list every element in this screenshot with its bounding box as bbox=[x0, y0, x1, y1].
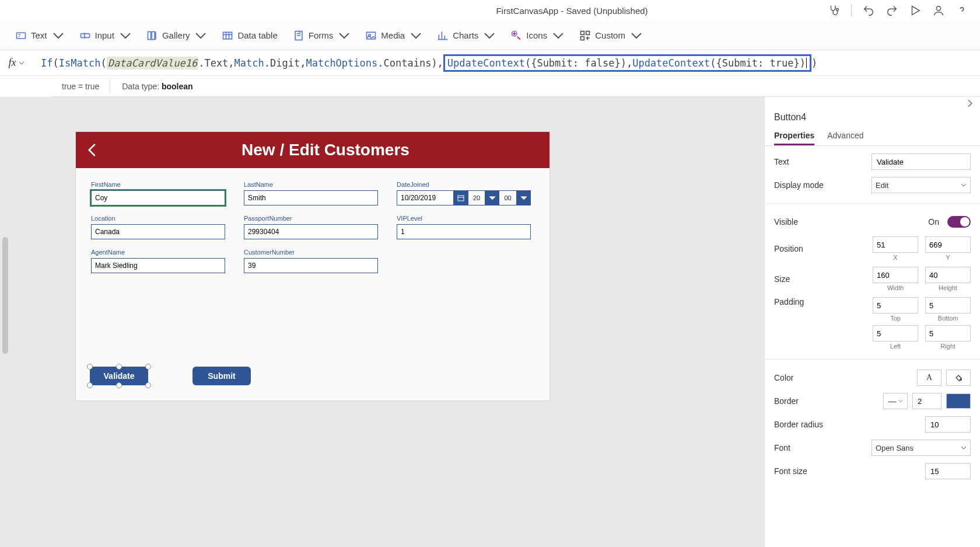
size-height-input[interactable] bbox=[925, 267, 971, 283]
input-vip[interactable] bbox=[397, 224, 531, 239]
ribbon-icons[interactable]: Icons bbox=[510, 30, 564, 41]
scrollbar[interactable] bbox=[2, 237, 8, 354]
sublabel: Bottom bbox=[938, 315, 958, 322]
forms-icon bbox=[293, 30, 304, 41]
input-minute[interactable]: 00 bbox=[499, 190, 517, 205]
undo-icon[interactable] bbox=[862, 4, 875, 17]
property-panel: Button4 Properties Advanced Text Display… bbox=[764, 97, 980, 547]
play-icon[interactable] bbox=[909, 4, 922, 17]
chevron-down-icon bbox=[195, 30, 206, 41]
ribbon-charts[interactable]: Charts bbox=[437, 30, 495, 41]
prop-label: Visible bbox=[774, 217, 923, 227]
position-x-input[interactable] bbox=[873, 236, 918, 253]
size-width-input[interactable] bbox=[873, 267, 918, 283]
label-agent: AgentName bbox=[91, 249, 225, 256]
help-icon[interactable] bbox=[956, 4, 968, 17]
tab-advanced[interactable]: Advanced bbox=[827, 127, 863, 145]
formula-input[interactable]: If( IsMatch( DataCardValue16 .Text, Matc… bbox=[33, 54, 980, 72]
prop-padding: Padding Top Bottom Left Right bbox=[774, 297, 971, 350]
ribbon-datatable[interactable]: Data table bbox=[222, 30, 277, 41]
separator bbox=[851, 4, 852, 17]
input-agent[interactable] bbox=[91, 258, 225, 273]
prop-color: Color A bbox=[774, 369, 971, 386]
ribbon-input[interactable]: Input bbox=[79, 30, 131, 41]
app-title: FirstCanvasApp - Saved (Unpublished) bbox=[327, 6, 817, 16]
chevron-right-icon[interactable] bbox=[966, 99, 974, 107]
chevron-down-icon[interactable] bbox=[517, 190, 531, 205]
charts-icon bbox=[437, 30, 449, 41]
ribbon-custom[interactable]: Custom bbox=[579, 30, 642, 41]
chevron-down-icon bbox=[19, 60, 24, 66]
token-text: .Text, bbox=[198, 57, 234, 69]
font-size-input[interactable] bbox=[925, 463, 971, 479]
position-y-input[interactable] bbox=[925, 236, 971, 253]
padding-left-input[interactable] bbox=[873, 325, 918, 342]
token-datacard: DataCardValue16 bbox=[107, 57, 199, 69]
input-lastname[interactable] bbox=[244, 190, 378, 205]
formula-datatype: Data type: boolean bbox=[122, 82, 192, 91]
ribbon-media[interactable]: Media bbox=[365, 30, 422, 41]
prop-label: Border bbox=[774, 396, 878, 406]
back-icon[interactable] bbox=[84, 141, 102, 159]
input-date[interactable] bbox=[397, 190, 454, 205]
stethoscope-icon[interactable] bbox=[828, 4, 841, 17]
visible-toggle[interactable] bbox=[947, 216, 971, 228]
sublabel: X bbox=[893, 254, 897, 261]
select-value: Edit bbox=[876, 181, 888, 190]
token-matchoptions: MatchOptions bbox=[306, 57, 377, 69]
field-lastname: LastName bbox=[244, 181, 378, 205]
input-customerno[interactable] bbox=[244, 258, 378, 273]
svg-rect-13 bbox=[581, 36, 584, 40]
chevron-down-icon bbox=[338, 30, 350, 41]
ribbon-text[interactable]: Text bbox=[15, 30, 64, 41]
prop-font: Font Open Sans bbox=[774, 439, 971, 457]
ribbon-gallery[interactable]: Gallery bbox=[146, 30, 207, 41]
bucket-icon bbox=[954, 373, 963, 382]
input-passport[interactable] bbox=[244, 224, 378, 239]
chevron-down-icon[interactable] bbox=[485, 190, 499, 205]
fill-color-button[interactable] bbox=[946, 370, 971, 386]
user-icon[interactable] bbox=[932, 4, 945, 17]
input-firstname[interactable] bbox=[91, 190, 225, 205]
sublabel: Height bbox=[939, 284, 957, 291]
border-width-input[interactable] bbox=[912, 393, 942, 409]
calendar-icon[interactable] bbox=[454, 190, 468, 205]
fx-label[interactable]: fx bbox=[0, 57, 33, 69]
selected-control[interactable]: Validate bbox=[90, 367, 148, 385]
gallery-icon bbox=[146, 30, 158, 41]
input-icon bbox=[79, 30, 91, 41]
input-hour[interactable]: 20 bbox=[468, 190, 485, 205]
svg-rect-12 bbox=[586, 31, 590, 34]
redo-icon[interactable] bbox=[886, 4, 898, 17]
ribbon-label: Media bbox=[381, 30, 405, 40]
button-row: Validate Submit bbox=[90, 367, 251, 385]
chevron-down-icon bbox=[484, 30, 495, 41]
padding-top-input[interactable] bbox=[873, 297, 918, 313]
ribbon-forms[interactable]: Forms bbox=[293, 30, 351, 41]
border-color-swatch[interactable] bbox=[946, 393, 971, 409]
prop-displaymode-select[interactable]: Edit bbox=[872, 177, 971, 193]
padding-right-input[interactable] bbox=[925, 325, 971, 342]
prop-label: Size bbox=[774, 274, 868, 284]
border-radius-input[interactable] bbox=[925, 416, 971, 433]
sublabel: Y bbox=[946, 254, 950, 261]
submit-button[interactable]: Submit bbox=[192, 367, 251, 385]
padding-bottom-input[interactable] bbox=[925, 297, 971, 313]
chevron-down-icon bbox=[120, 30, 131, 41]
font-select[interactable]: Open Sans bbox=[872, 440, 971, 456]
ribbon-label: Custom bbox=[595, 30, 625, 40]
form-grid: FirstName LastName DateJoined 20 00 bbox=[76, 168, 550, 286]
token-digit: .Digit, bbox=[264, 57, 306, 69]
canvas-screen[interactable]: New / Edit Customers FirstName LastName … bbox=[76, 132, 550, 400]
border-style-select[interactable]: — bbox=[883, 393, 908, 409]
tab-properties[interactable]: Properties bbox=[774, 127, 814, 145]
sublabel: Top bbox=[890, 315, 901, 322]
chevron-down-icon bbox=[552, 30, 564, 41]
svg-rect-2 bbox=[17, 33, 26, 39]
canvas-area[interactable]: New / Edit Customers FirstName LastName … bbox=[0, 97, 764, 547]
prop-text-input[interactable] bbox=[872, 154, 971, 170]
visible-value: On bbox=[928, 217, 939, 227]
font-color-button[interactable]: A bbox=[917, 370, 942, 386]
ribbon-label: Forms bbox=[309, 30, 334, 40]
input-location[interactable] bbox=[91, 224, 225, 239]
